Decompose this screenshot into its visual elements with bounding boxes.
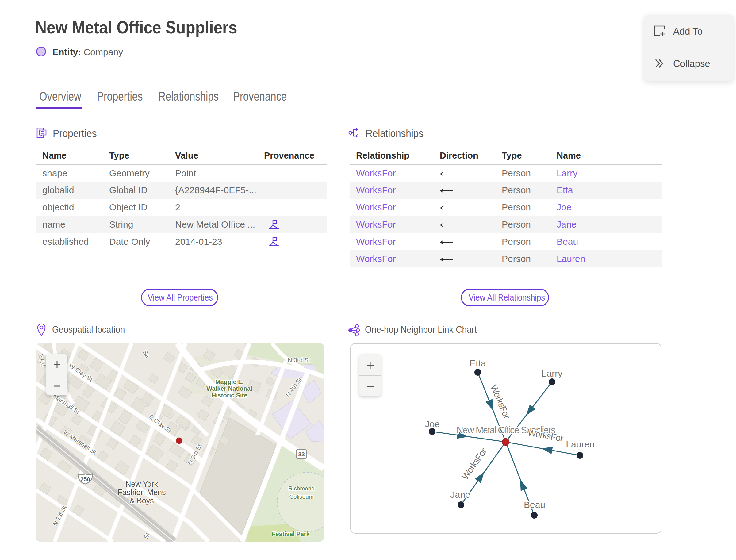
svg-text:Joe: Joe (425, 419, 440, 429)
svg-text:Etta: Etta (470, 358, 486, 368)
svg-text:Maggie L.: Maggie L. (215, 378, 243, 385)
svg-text:Walker National: Walker National (206, 385, 252, 392)
svg-text:WorksFor: WorksFor (460, 446, 489, 481)
svg-text:Coliseum: Coliseum (289, 493, 313, 500)
svg-text:Fashion Mens: Fashion Mens (117, 488, 166, 497)
svg-text:Festival Park: Festival Park (272, 531, 310, 537)
svg-text:& Boys: & Boys (129, 496, 154, 505)
svg-text:Jane: Jane (450, 489, 470, 500)
svg-text:New York: New York (125, 480, 158, 488)
svg-text:Lauren: Lauren (566, 439, 594, 449)
svg-text:Historic Site: Historic Site (212, 392, 247, 399)
svg-text:250: 250 (80, 476, 90, 482)
svg-text:33: 33 (298, 451, 305, 458)
svg-text:Beau: Beau (524, 500, 545, 510)
svg-text:Larry: Larry (542, 368, 562, 378)
svg-text:N 3rd St: N 3rd St (288, 357, 310, 363)
svg-text:Richmond: Richmond (288, 485, 315, 492)
